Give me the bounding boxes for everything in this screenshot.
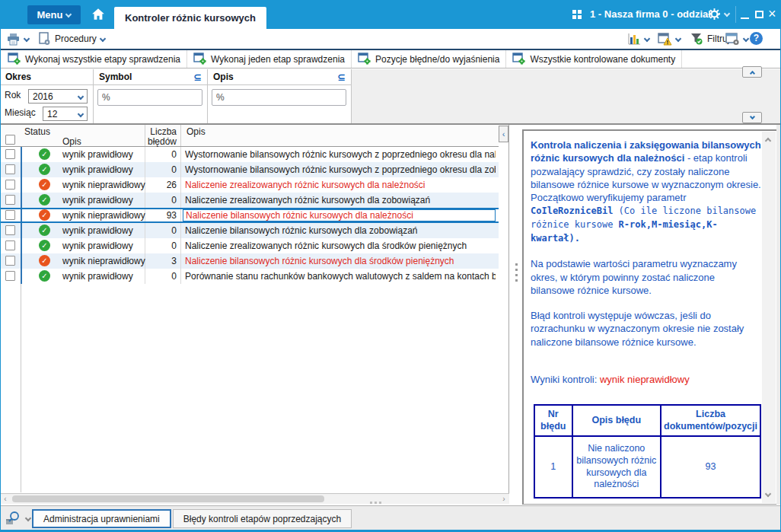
scroll-up-icon[interactable] [765,138,771,144]
scrollbar-thumb[interactable] [12,495,324,502]
detail-content: Kontrola naliczenia i zaksięgowania bila… [524,131,761,504]
status-icon: ✓ [39,148,50,160]
column-header-opis[interactable]: Opis [186,126,206,137]
okres-header: Okres [0,69,93,85]
status-icon: ✓ [39,209,50,221]
miesiac-row: Miesiąc [5,107,36,118]
status-text: wynik nieprawidłowy [62,253,145,269]
window-warning-icon [658,33,672,46]
chevron-down-icon [78,110,84,116]
table-row[interactable]: ✓ wynik prawidłowy 0 Wystornowanie bilan… [0,147,499,162]
toolbar-action-button[interactable]: Wszystkie kontrolowane dokumenty [506,50,682,68]
column-header-status-opis[interactable]: Opis [62,136,81,147]
apps-grid-icon[interactable] [572,10,582,20]
rok-select[interactable]: 2016 [28,89,88,104]
status-text: wynik prawidłowy [62,223,133,238]
collapse-detail-button[interactable]: ‹ [499,126,508,142]
scroll-left-arrow[interactable]: ‹ [0,494,11,504]
chevron-down-icon [25,514,31,521]
bottom-tab[interactable]: Administracja uprawnieniami [32,509,171,528]
table-row[interactable]: ✓ wynik nieprawidłowy 93 Naliczenie bila… [0,208,499,223]
results-grid: Status Opis Liczba błędów Opis ✓ wynik p… [0,125,509,504]
contains-operator-icon[interactable]: ⊆ [337,72,346,83]
horizontal-scrollbar[interactable]: ‹ › [0,493,509,504]
row-checkbox[interactable] [5,210,15,220]
row-checkbox[interactable] [5,180,15,190]
chevron-down-icon [743,36,749,42]
settings-gear-icon[interactable] [708,8,729,23]
scroll-down-icon[interactable] [765,491,771,497]
table-row[interactable]: ✓ wynik nieprawidłowy 3 Naliczenie bilan… [0,253,499,269]
opis-filter-input[interactable] [212,89,346,106]
menu-button[interactable]: Menu [27,5,81,24]
row-checkbox[interactable] [5,195,15,205]
error-table-cell: 93 [661,436,760,498]
error-count: 0 [142,269,177,284]
select-all-checkbox[interactable] [5,135,15,145]
bottom-tab[interactable]: Błędy kontroli etapów poprzedzających [173,509,352,528]
maximize-button[interactable] [755,11,763,18]
row-checkbox[interactable] [5,225,15,235]
status-icon: ✓ [39,270,50,282]
symbol-header[interactable]: Symbol⊆ [94,69,207,85]
filter-column-symbol: Symbol⊆ [94,69,208,123]
collapse-filter-button[interactable] [742,66,762,78]
row-checkbox[interactable] [5,241,15,250]
row-description-cell: Porównanie stanu rachunków bankowych wal… [185,269,496,284]
table-row[interactable]: ✓ wynik prawidłowy 0 Porównanie stanu ra… [0,269,499,284]
toolbar-action-button[interactable]: Wykonaj wszystkie etapy sprawdzenia [2,50,187,68]
procedures-label: Procedury [55,33,97,44]
close-button[interactable]: × [768,6,776,21]
company-selector[interactable]: 1 - Nasza firma 0 - oddział [590,8,719,20]
table-row[interactable]: ✓ wynik prawidłowy 0 Wystornowanie bilan… [0,162,499,177]
home-icon[interactable] [91,8,105,21]
table-row[interactable]: ✓ wynik nieprawidłowy 26 Naliczenie zrea… [0,177,499,193]
run-procedure-icon [193,53,207,65]
error-count: 0 [142,238,177,253]
chevron-up-icon [749,70,754,75]
parameter-name: CoIleRozniceBil [531,205,613,216]
status-icon: ✓ [39,179,50,190]
miesiac-select[interactable]: 12 [43,107,88,121]
symbol-filter-input[interactable] [97,89,202,106]
toolbar-action-button[interactable]: Wykonaj jeden etap sprawdzenia [187,50,352,68]
column-header-liczba[interactable]: Liczba [145,126,177,137]
grid-body: ✓ wynik prawidłowy 0 Wystornowanie bilan… [0,147,499,284]
table-row[interactable]: ✓ wynik prawidłowy 0 Naliczenie bilansow… [0,223,499,238]
procedures-button[interactable]: Procedury [38,31,105,46]
row-checkbox[interactable] [5,256,15,266]
panel-splitter[interactable] [510,125,522,504]
chevron-down-icon [65,11,72,18]
grid-header: Status Opis Liczba błędów Opis [0,125,499,147]
column-header-status[interactable]: Status [24,126,50,137]
alerts-window-button[interactable] [658,31,681,46]
print-button[interactable] [6,31,29,46]
column-header-liczba2[interactable]: błędów [145,136,177,147]
contains-operator-icon[interactable]: ⊆ [193,72,202,83]
layout-settings-button[interactable] [725,31,748,46]
help-button[interactable]: ? [750,32,763,45]
row-checkbox[interactable] [5,271,15,281]
toolbar-action-button[interactable]: Pozycje błędne/do wyjaśnienia [352,50,506,68]
row-checkbox[interactable] [5,164,15,174]
chart-view-button[interactable] [627,31,649,46]
toolbar-action-label: Pozycje błędne/do wyjaśnienia [375,54,499,65]
row-description-cell: Naliczenie zrealizowanych różnic kursowy… [185,238,496,253]
filter-button[interactable]: Filtruj [690,31,729,46]
preview-button[interactable] [5,511,30,525]
titlebar-separator [735,6,736,23]
table-row[interactable]: ✓ wynik prawidłowy 0 Naliczenie zrealizo… [0,238,499,253]
minimize-button[interactable] [741,18,749,19]
filter-column-opis: Opis⊆ [208,69,352,123]
scroll-right-arrow[interactable]: › [499,494,509,504]
table-row[interactable]: ✓ wynik prawidłowy 0 Naliczenie zrealizo… [0,193,499,208]
row-description: Wystornowanie bilansowych różnic kursowy… [185,164,496,175]
menu-label: Menu [37,9,63,21]
document-tab[interactable]: Kontroler różnic kursowych [114,7,266,29]
opis-header[interactable]: Opis⊆ [208,69,351,85]
row-checkbox[interactable] [5,149,15,159]
detail-scrollbar[interactable] [762,132,776,503]
resize-grip[interactable] [370,502,382,504]
run-procedure-icon [358,53,371,65]
expand-filter-button[interactable] [742,112,762,123]
